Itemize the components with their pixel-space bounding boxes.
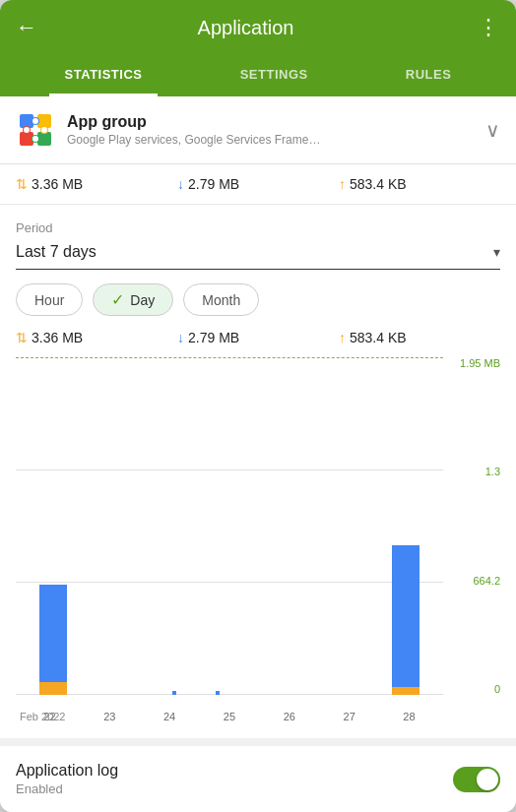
svg-point-9 (32, 136, 38, 142)
stat2-total: ⇅ 3.36 MB (16, 330, 177, 345)
svg-rect-0 (20, 114, 33, 128)
bar-group-0 (39, 357, 67, 695)
app-group-left: App group Google Play services, Google S… (16, 110, 320, 150)
bar-group-3 (216, 357, 220, 695)
x-label-2: 24 (156, 711, 183, 722)
header-top: ← Application ⋮ (16, 0, 500, 55)
both-arrows-icon: ⇅ (16, 176, 28, 192)
tabs: STATISTICS SETTINGS RULES (16, 55, 500, 96)
period-select[interactable]: Last 7 days ▾ (16, 243, 500, 270)
main-content: Period Last 7 days ▾ Hour ✓ Day Month ⇅ … (0, 205, 516, 738)
y-label-3: 664.2 (473, 575, 500, 587)
device-frame: ← Application ⋮ STATISTICS SETTINGS RULE… (0, 0, 516, 812)
upload-icon: ↑ (339, 176, 346, 192)
period-value: Last 7 days (16, 243, 97, 261)
stat-upload-val: 583.4 KB (350, 176, 407, 192)
svg-rect-2 (20, 132, 33, 146)
x-label-1: 23 (96, 711, 123, 722)
stat2-upload-val: 583.4 KB (350, 330, 407, 345)
app-log-title: Application log (16, 762, 118, 780)
back-button[interactable]: ← (16, 17, 37, 38)
svg-rect-1 (37, 114, 51, 128)
bar-group-2 (172, 357, 176, 695)
hour-label: Hour (34, 292, 64, 308)
app-group-info: App group Google Play services, Google S… (67, 113, 320, 147)
tab-settings[interactable]: SETTINGS (225, 55, 324, 96)
period-chevron-icon: ▾ (493, 244, 500, 260)
menu-button[interactable]: ⋮ (478, 15, 500, 40)
svg-point-5 (32, 118, 38, 124)
month-button[interactable]: Month (183, 283, 259, 316)
stat2-total-val: 3.36 MB (32, 330, 83, 345)
svg-point-11 (24, 127, 30, 133)
stat2-download: ↓ 2.79 MB (177, 330, 339, 345)
app-log-subtitle: Enabled (16, 781, 118, 796)
chart-y-axis: 1.95 MB 1.3 664.2 0 (443, 357, 500, 722)
x-label-6: 28 (395, 711, 422, 722)
stat-upload: ↑ 583.4 KB (339, 176, 500, 192)
both-arrows2-icon: ⇅ (16, 330, 28, 345)
stats-row-bottom: ⇅ 3.36 MB ↓ 2.79 MB ↑ 583.4 KB (16, 330, 500, 345)
bar-tiny-blue (172, 691, 176, 695)
x-label-3: 25 (216, 711, 243, 722)
check-icon: ✓ (111, 290, 124, 309)
bar-blue (392, 545, 419, 687)
x-label-4: 26 (276, 711, 303, 722)
stat2-upload: ↑ 583.4 KB (339, 330, 500, 345)
bar-tiny-blue (216, 691, 220, 695)
bar-orange (392, 687, 419, 695)
header: ← Application ⋮ STATISTICS SETTINGS RULE… (0, 0, 516, 96)
time-filters: Hour ✓ Day Month (16, 283, 500, 316)
y-label-bottom: 0 (494, 683, 500, 695)
page-title: Application (37, 17, 454, 39)
date-range: Feb 2022 (20, 711, 65, 722)
stats-row-top: ⇅ 3.36 MB ↓ 2.79 MB ↑ 583.4 KB (0, 164, 516, 205)
stat2-download-val: 2.79 MB (188, 330, 239, 345)
stat-total: ⇅ 3.36 MB (16, 176, 177, 192)
day-button[interactable]: ✓ Day (93, 283, 173, 316)
y-label-2: 1.3 (485, 466, 500, 477)
app-log-left: Application log Enabled (16, 762, 118, 796)
stat-download: ↓ 2.79 MB (177, 176, 339, 192)
app-log-toggle[interactable] (453, 767, 500, 792)
x-labels: 22232425262728 (16, 711, 443, 722)
chart-main: 22232425262728 Feb 2022 (16, 357, 443, 722)
chart-area: 22232425262728 Feb 2022 1.95 MB 1.3 664.… (16, 357, 500, 722)
tab-statistics[interactable]: STATISTICS (49, 55, 159, 96)
toggle-knob (477, 769, 498, 790)
y-label-top: 1.95 MB (460, 357, 500, 369)
bar-blue (39, 585, 67, 682)
tab-rules[interactable]: RULES (390, 55, 468, 96)
puzzle-icon (16, 110, 55, 150)
stat-total-val: 3.36 MB (32, 176, 83, 192)
app-group-name: App group (67, 113, 320, 131)
bar-orange (39, 682, 67, 695)
app-group-subtitle: Google Play services, Google Services Fr… (67, 133, 320, 147)
hour-button[interactable]: Hour (16, 283, 83, 316)
svg-rect-3 (37, 132, 51, 146)
month-label: Month (202, 292, 240, 308)
chevron-down-icon: ∨ (485, 118, 500, 142)
app-log-section: Application log Enabled (0, 738, 516, 812)
bar-group-4 (259, 357, 287, 695)
upload2-icon: ↑ (339, 330, 346, 345)
x-label-5: 27 (336, 711, 363, 722)
bar-group-6 (392, 357, 419, 695)
svg-point-7 (41, 127, 47, 133)
stat-download-val: 2.79 MB (188, 176, 239, 192)
download-icon: ↓ (177, 176, 184, 192)
day-label: Day (130, 292, 155, 308)
download2-icon: ↓ (177, 330, 184, 345)
bar-group-5 (325, 357, 353, 695)
period-label: Period (16, 220, 500, 235)
bars-container (16, 357, 443, 695)
app-group-section[interactable]: App group Google Play services, Google S… (0, 96, 516, 164)
bar-group-1 (106, 357, 134, 695)
